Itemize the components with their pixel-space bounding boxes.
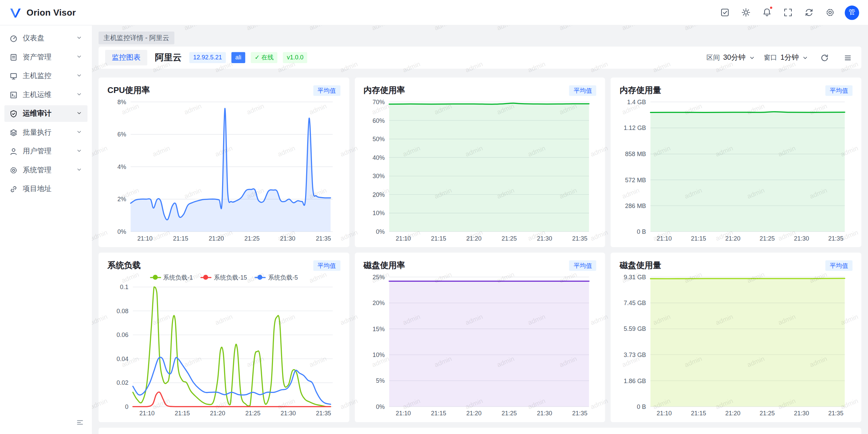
toolbar-right: 区间 30分钟 窗口 1分钟 [707,51,855,65]
legend-item[interactable]: 系统负载-1 [150,273,193,282]
svg-text:10%: 10% [372,210,384,216]
chart-title: 磁盘使用率 [363,260,405,271]
chevron-down-icon [76,109,83,117]
svg-text:21:10: 21:10 [657,235,672,242]
sidebar-item-user-mgmt[interactable]: 用户管理 [4,143,87,159]
host-code-tag: ali [231,52,245,63]
chart-card-memory-rate: 内存使用率平均值 0%10%20%30%40%50%60%70%21:1021:… [355,78,605,247]
interval-label: 区间 [707,53,720,62]
svg-text:21:10: 21:10 [395,410,411,417]
sidebar-item-batch-exec[interactable]: 批量执行 [4,124,87,141]
refresh-charts-button[interactable] [817,51,831,65]
chart-plot[interactable]: 0 B286 MB572 MB858 MB1.12 GB1.4 GB21:102… [619,97,852,244]
audit-shield-icon [9,109,18,117]
chart-plot[interactable]: 0%5%10%15%20%25%21:1021:1521:2021:2521:3… [363,272,596,419]
svg-text:21:10: 21:10 [395,235,411,242]
svg-text:0 B: 0 B [637,228,646,235]
legend-item[interactable]: 系统负载-15 [201,273,247,282]
chart-card-partial [99,428,862,434]
monitor-icon [9,72,18,80]
chart-card-disk-rate: 磁盘使用率平均值 0%5%10%15%20%25%21:1021:1521:20… [355,252,605,422]
sidebar-item-label: 项目地址 [23,184,82,194]
host-ip-tag: 12.92.5.21 [189,52,226,63]
sidebar-item-dashboard[interactable]: 仪表盘 [4,30,87,46]
tab-monitor-charts[interactable]: 监控图表 [105,50,147,65]
reload-button[interactable] [801,4,817,21]
sidebar-item-host-ops[interactable]: 主机运维 [4,87,87,103]
svg-text:21:30: 21:30 [281,410,296,417]
avatar[interactable]: 管 [845,5,859,20]
sidebar-item-ops-audit[interactable]: 运维审计 [4,105,87,122]
sidebar-item-label: 仪表盘 [23,33,71,43]
ops-icon [9,91,18,99]
sidebar-item-host-monitor[interactable]: 主机监控 [4,68,87,84]
chart-svg: 0 B286 MB572 MB858 MB1.12 GB1.4 GB21:102… [619,97,852,244]
window-select[interactable]: 窗口 1分钟 [764,53,808,62]
svg-text:21:20: 21:20 [466,235,481,242]
chart-plot[interactable]: 00.020.040.060.080.121:1021:1521:2021:25… [107,283,340,419]
header-actions: 管 [716,4,859,21]
svg-text:858 MB: 858 MB [625,151,646,157]
svg-text:30%: 30% [372,173,384,180]
svg-text:21:20: 21:20 [466,410,481,417]
logo-icon [9,6,22,19]
svg-text:21:15: 21:15 [431,410,446,417]
avg-badge: 平均值 [313,260,340,271]
notifications-button[interactable] [758,4,775,21]
chart-plot[interactable]: 0 B1.86 GB3.73 GB5.59 GB7.45 GB9.31 GB21… [619,272,852,419]
chart-title: 内存使用量 [619,85,661,96]
host-name: 阿里云 [155,52,181,63]
svg-text:40%: 40% [372,154,384,161]
svg-text:6%: 6% [117,131,126,138]
svg-text:21:10: 21:10 [139,410,155,417]
legend-item[interactable]: 系统负载-5 [255,273,298,282]
svg-text:21:25: 21:25 [245,410,260,417]
chevron-down-icon [76,34,83,42]
svg-text:15%: 15% [372,326,384,333]
svg-text:21:35: 21:35 [828,235,844,242]
settings-button[interactable] [822,4,838,21]
charts-grid: CPU使用率平均值 0%2%4%6%8%21:1021:1521:2021:25… [99,78,862,422]
breadcrumb-chip[interactable]: 主机监控详情 - 阿里云 [99,31,174,44]
app-root: Orion Visor [0,0,868,434]
svg-text:21:35: 21:35 [572,235,587,242]
sidebar-item-assets[interactable]: 资产管理 [4,49,87,65]
chart-plot[interactable]: 0%10%20%30%40%50%60%70%21:1021:1521:2021… [363,97,596,244]
svg-text:21:15: 21:15 [175,410,190,417]
svg-text:21:15: 21:15 [691,410,706,417]
logo: Orion Visor [9,6,76,19]
todo-button[interactable] [716,4,733,21]
fullscreen-button[interactable] [780,4,796,21]
sidebar-item-label: 运维审计 [23,109,71,118]
theme-toggle-button[interactable] [737,4,754,21]
notification-dot [769,6,773,9]
interval-select[interactable]: 区间 30分钟 [707,53,755,62]
sidebar-item-label: 系统管理 [23,165,71,175]
chevron-down-icon [76,91,83,99]
chart-list-button[interactable] [840,51,854,65]
chevron-down-icon [76,147,83,155]
avg-badge: 平均值 [825,85,852,96]
sidebar-item-system-mgmt[interactable]: 系统管理 [4,162,87,178]
svg-text:10%: 10% [372,352,384,358]
chart-title: CPU使用率 [107,85,150,96]
collapse-sidebar-button[interactable] [73,415,86,429]
svg-text:1.86 GB: 1.86 GB [624,378,646,384]
chart-title: 内存使用率 [363,85,405,96]
legend-label: 系统负载-15 [214,273,247,282]
svg-text:8%: 8% [117,99,126,106]
chart-title: 系统负载 [107,260,141,271]
dashboard-icon [9,34,18,42]
chart-plot[interactable]: 0%2%4%6%8%21:1021:1521:2021:2521:3021:35 [107,97,340,244]
chart-svg: 00.020.040.060.080.121:1021:1521:2021:25… [107,283,340,419]
svg-text:5.59 GB: 5.59 GB [624,326,646,333]
theme-sun-icon [741,8,750,17]
chevron-down-icon [76,72,83,80]
sidebar-item-project-url[interactable]: 项目地址 [4,181,87,197]
svg-text:60%: 60% [372,117,384,124]
chevron-down-icon [76,53,83,61]
svg-text:70%: 70% [372,99,384,106]
svg-text:0%: 0% [376,228,384,235]
svg-text:3.73 GB: 3.73 GB [624,352,646,358]
chart-card-disk-usage: 磁盘使用量平均值 0 B1.86 GB3.73 GB5.59 GB7.45 GB… [611,252,861,422]
